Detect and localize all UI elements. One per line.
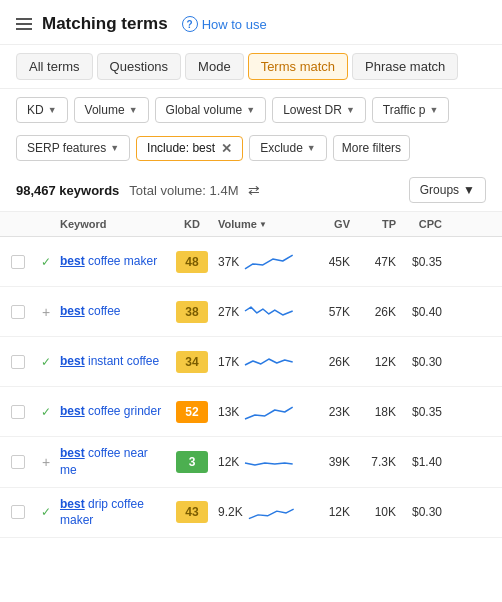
table-header: Keyword KD Volume ▼ GV TP CPC xyxy=(0,212,502,237)
plus-icon: + xyxy=(42,454,50,470)
lowest-dr-filter[interactable]: Lowest DR ▼ xyxy=(272,97,366,123)
include-filter: Include: best ✕ xyxy=(136,136,243,161)
tp-cell-1: 47K xyxy=(350,255,396,269)
tp-cell-6: 10K xyxy=(350,505,396,519)
kd-cell-4: 52 xyxy=(166,401,218,423)
volume-filter[interactable]: Volume ▼ xyxy=(74,97,149,123)
volume-value-3: 17K xyxy=(218,355,239,369)
tab-mode[interactable]: Mode xyxy=(185,53,244,80)
traffic-filter[interactable]: Traffic p ▼ xyxy=(372,97,450,123)
sparkline-6 xyxy=(247,500,298,525)
volume-cell-1: 37K xyxy=(218,249,298,274)
tp-cell-5: 7.3K xyxy=(350,455,396,469)
cpc-cell-1: $0.35 xyxy=(396,255,442,269)
row-status-icon-1: ✓ xyxy=(32,255,60,269)
tp-cell-3: 12K xyxy=(350,355,396,369)
gv-cell-2: 57K xyxy=(298,305,350,319)
chevron-down-icon: ▼ xyxy=(463,183,475,197)
kd-badge-6: 43 xyxy=(176,501,208,523)
row-status-icon-5: + xyxy=(32,454,60,470)
tab-terms-match[interactable]: Terms match xyxy=(248,53,348,80)
check-icon: ✓ xyxy=(41,255,51,269)
gv-cell-4: 23K xyxy=(298,405,350,419)
kd-cell-5: 3 xyxy=(166,451,218,473)
serp-features-filter[interactable]: SERP features ▼ xyxy=(16,135,130,161)
kd-filter[interactable]: KD ▼ xyxy=(16,97,68,123)
volume-value-4: 13K xyxy=(218,405,239,419)
filter-row-2: SERP features ▼ Include: best ✕ Exclude … xyxy=(0,131,502,169)
keyword-cell-1: best coffee maker xyxy=(60,253,166,270)
row-status-icon-4: ✓ xyxy=(32,405,60,419)
clear-include-filter[interactable]: ✕ xyxy=(221,141,232,156)
keyword-link-5[interactable]: best coffee near me xyxy=(60,445,162,479)
more-filters-button[interactable]: More filters xyxy=(333,135,410,161)
tab-all-terms[interactable]: All terms xyxy=(16,53,93,80)
keyword-link-3[interactable]: best instant coffee xyxy=(60,353,162,370)
row-checkbox-3[interactable] xyxy=(4,355,32,369)
table-row: ✓ best coffee maker 48 37K 45K 47K $0.35 xyxy=(0,237,502,287)
keyword-link-1[interactable]: best coffee maker xyxy=(60,253,162,270)
chevron-down-icon: ▼ xyxy=(429,105,438,115)
info-icon: ? xyxy=(182,16,198,32)
gv-cell-3: 26K xyxy=(298,355,350,369)
volume-cell-4: 13K xyxy=(218,399,298,424)
volume-value-6: 9.2K xyxy=(218,505,243,519)
row-checkbox-5[interactable] xyxy=(4,455,32,469)
keyword-cell-5: best coffee near me xyxy=(60,445,166,479)
plus-icon: + xyxy=(42,304,50,320)
kd-badge-5: 3 xyxy=(176,451,208,473)
table-row: + best coffee 38 27K 57K 26K $0.40 xyxy=(0,287,502,337)
keyword-cell-2: best coffee xyxy=(60,303,166,320)
volume-value-5: 12K xyxy=(218,455,239,469)
chevron-down-icon: ▼ xyxy=(346,105,355,115)
keyword-cell-6: best drip coffee maker xyxy=(60,496,166,530)
chevron-down-icon: ▼ xyxy=(48,105,57,115)
col-tp: TP xyxy=(350,218,396,230)
exclude-filter[interactable]: Exclude ▼ xyxy=(249,135,327,161)
groups-button[interactable]: Groups ▼ xyxy=(409,177,486,203)
tab-questions[interactable]: Questions xyxy=(97,53,182,80)
col-kd: KD xyxy=(166,218,218,230)
sparkline-5 xyxy=(243,449,298,474)
cpc-cell-2: $0.40 xyxy=(396,305,442,319)
kd-cell-2: 38 xyxy=(166,301,218,323)
menu-icon[interactable] xyxy=(16,18,32,30)
row-checkbox-4[interactable] xyxy=(4,405,32,419)
row-checkbox-1[interactable] xyxy=(4,255,32,269)
gv-cell-5: 39K xyxy=(298,455,350,469)
page-title: Matching terms xyxy=(42,14,168,34)
tp-cell-2: 26K xyxy=(350,305,396,319)
chevron-down-icon: ▼ xyxy=(246,105,255,115)
kd-cell-3: 34 xyxy=(166,351,218,373)
cpc-cell-4: $0.35 xyxy=(396,405,442,419)
total-volume: Total volume: 1.4M xyxy=(129,183,238,198)
keyword-link-2[interactable]: best coffee xyxy=(60,303,162,320)
keyword-link-4[interactable]: best coffee grinder xyxy=(60,403,162,420)
sparkline-4 xyxy=(243,399,298,424)
row-checkbox-2[interactable] xyxy=(4,305,32,319)
sparkline-2 xyxy=(243,299,298,324)
check-icon: ✓ xyxy=(41,505,51,519)
global-volume-filter[interactable]: Global volume ▼ xyxy=(155,97,267,123)
row-status-icon-3: ✓ xyxy=(32,355,60,369)
keyword-link-6[interactable]: best drip coffee maker xyxy=(60,496,162,530)
how-to-use-link[interactable]: ? How to use xyxy=(182,16,267,32)
keyword-cell-3: best instant coffee xyxy=(60,353,166,370)
kd-cell-6: 43 xyxy=(166,501,218,523)
chevron-down-icon: ▼ xyxy=(307,143,316,153)
tab-phrase-match[interactable]: Phrase match xyxy=(352,53,458,80)
cpc-cell-3: $0.30 xyxy=(396,355,442,369)
col-volume: Volume ▼ xyxy=(218,218,298,230)
volume-cell-2: 27K xyxy=(218,299,298,324)
kd-badge-1: 48 xyxy=(176,251,208,273)
check-icon: ✓ xyxy=(41,405,51,419)
row-checkbox-6[interactable] xyxy=(4,505,32,519)
col-cpc: CPC xyxy=(396,218,442,230)
sort-icon: ⇄ xyxy=(248,182,260,198)
cpc-cell-5: $1.40 xyxy=(396,455,442,469)
col-keyword: Keyword xyxy=(60,218,166,230)
kd-badge-4: 52 xyxy=(176,401,208,423)
gv-cell-6: 12K xyxy=(298,505,350,519)
header: Matching terms ? How to use xyxy=(0,0,502,45)
table-row: ✓ best coffee grinder 52 13K 23K 18K $0.… xyxy=(0,387,502,437)
